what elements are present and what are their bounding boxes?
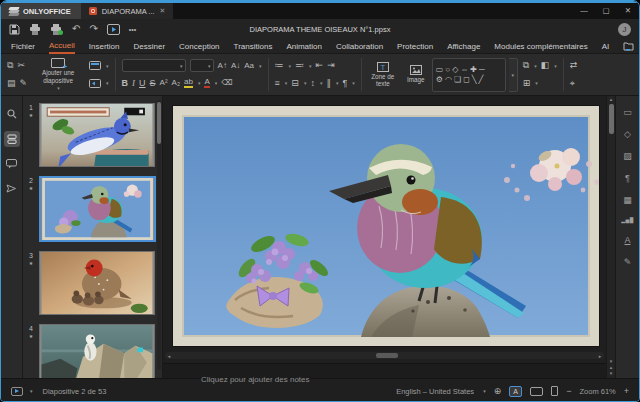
scroll-right-icon[interactable]: ▸	[596, 353, 604, 359]
app-tab[interactable]: ONLYOFFICE	[1, 3, 81, 19]
increase-font-icon[interactable]: A↑	[218, 62, 227, 70]
document-tab[interactable]: DIAPORAMA ... ✕	[81, 3, 174, 19]
quick-print-icon[interactable]	[50, 24, 63, 35]
reset-slide-icon[interactable]	[89, 79, 101, 88]
signature-settings-icon[interactable]: ✎	[624, 258, 632, 267]
maximize-button[interactable]: ▢	[595, 3, 617, 19]
font-size-select[interactable]: ▾	[190, 59, 214, 72]
vertical-align-icon[interactable]: ⊟	[291, 79, 299, 88]
decrease-font-icon[interactable]: A↓	[231, 62, 240, 70]
tab-conception[interactable]: Conception	[179, 40, 219, 53]
slide-thumbnail-3[interactable]: 3 ★	[25, 251, 156, 315]
align-text-icon[interactable]: ≡	[275, 79, 280, 88]
more-actions-icon[interactable]: •••	[129, 26, 136, 33]
merge-shapes-icon[interactable]: ◧	[541, 61, 550, 70]
close-tab-icon[interactable]: ✕	[160, 7, 166, 15]
change-case-icon[interactable]: Aa	[244, 62, 254, 70]
zoom-in-button[interactable]: +	[624, 387, 629, 396]
tab-dessiner[interactable]: Dessiner	[134, 40, 166, 53]
cut-icon[interactable]: ✂	[17, 61, 25, 70]
format-painter-icon[interactable]: ✎	[20, 79, 28, 88]
add-slide-button[interactable]: Ajouter une diapositive ▾	[32, 56, 84, 93]
align-shapes-icon[interactable]: ⊞	[523, 79, 531, 88]
italic-button[interactable]: I	[132, 79, 135, 88]
chevron-down-icon[interactable]: ▾	[304, 80, 307, 86]
chevron-down-icon[interactable]: ▾	[289, 63, 292, 69]
shapes-row-2[interactable]: ⚙◠❏◻╲╱	[436, 76, 502, 84]
chevron-down-icon[interactable]: ▾	[106, 80, 109, 86]
thumbnails-scrollbar[interactable]	[157, 100, 161, 370]
feedback-button[interactable]	[4, 181, 20, 197]
vertical-scroll-thumb[interactable]	[609, 104, 614, 134]
bold-button[interactable]: B	[122, 79, 129, 88]
chevron-down-icon[interactable]: ▾	[106, 63, 109, 69]
superscript-icon[interactable]: A²	[160, 79, 168, 87]
image-settings-icon[interactable]: ▨	[623, 152, 632, 161]
vertical-scrollbar[interactable]: ▴ ▾ ▴ ▾	[606, 96, 615, 378]
table-settings-icon[interactable]: ▦	[623, 196, 632, 205]
slide-settings-icon[interactable]: ▭	[623, 108, 632, 117]
font-name-select[interactable]: ▾	[122, 59, 186, 72]
chart-settings-icon[interactable]: ▂▅█	[621, 218, 634, 223]
slide-1-preview[interactable]	[39, 103, 155, 167]
bullets-icon[interactable]: ≔	[275, 61, 284, 70]
start-slideshow-icon[interactable]	[107, 24, 120, 35]
tab-insertion[interactable]: Insertion	[89, 40, 120, 53]
chevron-down-icon[interactable]: ▾	[554, 63, 557, 69]
chevron-down-icon[interactable]: ▾	[309, 63, 312, 69]
tab-accueil[interactable]: Accueil	[49, 39, 75, 54]
chevron-down-icon[interactable]: ▾	[534, 63, 537, 69]
spellcheck-icon[interactable]: ⊕	[494, 387, 502, 396]
font-color-icon[interactable]: A	[204, 78, 209, 88]
tab-modules[interactable]: Modules complémentaires	[494, 40, 587, 53]
current-slide[interactable]	[173, 106, 599, 346]
paste-icon[interactable]: ▤	[7, 79, 16, 88]
highlight-color-icon[interactable]: ab	[184, 78, 193, 88]
tab-ai[interactable]: AI	[602, 40, 610, 53]
tab-animation[interactable]: Animation	[286, 40, 322, 53]
subscript-icon[interactable]: A₂	[172, 79, 180, 87]
chevron-down-icon[interactable]: ▾	[198, 80, 201, 86]
text-box-button[interactable]: T Zone de texte	[366, 56, 400, 93]
chevron-down-icon[interactable]: ▾	[483, 388, 486, 394]
notes-scroll-down-icon[interactable]: ▾	[610, 370, 613, 376]
slide-thumbnail-4[interactable]: 4 ★	[25, 324, 156, 378]
save-icon[interactable]	[9, 24, 20, 35]
slides-panel-button[interactable]	[4, 131, 20, 147]
chevron-down-icon[interactable]: ▾	[30, 388, 33, 394]
shapes-gallery-expand[interactable]: ▾	[509, 58, 518, 92]
increase-indent-icon[interactable]: ⇥	[327, 61, 335, 70]
strikethrough-button[interactable]: S	[150, 79, 156, 88]
tab-transitions[interactable]: Transitions	[234, 40, 273, 53]
close-button[interactable]: ✕	[617, 3, 639, 19]
slide-thumbnail-1[interactable]: 1 ★	[25, 103, 156, 167]
zoom-out-button[interactable]: −	[566, 387, 571, 396]
print-icon[interactable]	[29, 24, 41, 35]
chevron-down-icon[interactable]: ▾	[215, 80, 218, 86]
shape-settings-icon[interactable]: ◇	[624, 130, 631, 139]
minimize-button[interactable]: —	[573, 3, 595, 19]
slide-3-preview[interactable]	[39, 251, 155, 315]
paragraph-settings-icon[interactable]: ¶	[625, 174, 630, 183]
language-selector[interactable]: English – United States	[396, 387, 474, 396]
notes-area[interactable]: Cliquez pour ajouter des notes	[163, 363, 606, 378]
clear-format-icon[interactable]: ⌫	[221, 79, 232, 87]
chevron-down-icon[interactable]: ▾	[336, 80, 339, 86]
tab-affichage[interactable]: Affichage	[447, 40, 480, 53]
horizontal-scroll-thumb[interactable]	[376, 353, 398, 358]
decrease-indent-icon[interactable]: ⇤	[316, 61, 324, 70]
slide-2-preview[interactable]	[39, 176, 156, 242]
replace-icon[interactable]: ⇄	[570, 61, 578, 70]
columns-icon[interactable]: ∥	[326, 79, 331, 88]
tab-collaboration[interactable]: Collaboration	[336, 40, 383, 53]
horizontal-scrollbar[interactable]: ◂ ▸	[165, 352, 604, 359]
fit-width-icon[interactable]	[551, 386, 558, 396]
slide-size-icon[interactable]	[530, 387, 543, 396]
tab-fichier[interactable]: Fichier	[11, 40, 35, 53]
numbering-icon[interactable]: ≕	[295, 61, 304, 70]
find-button[interactable]	[4, 106, 20, 122]
chevron-down-icon[interactable]: ▾	[259, 63, 262, 69]
change-layout-icon[interactable]	[89, 61, 101, 70]
underline-button[interactable]: U	[139, 79, 146, 88]
shapes-row-1[interactable]: ▭○◇⇔✚─	[436, 66, 502, 74]
